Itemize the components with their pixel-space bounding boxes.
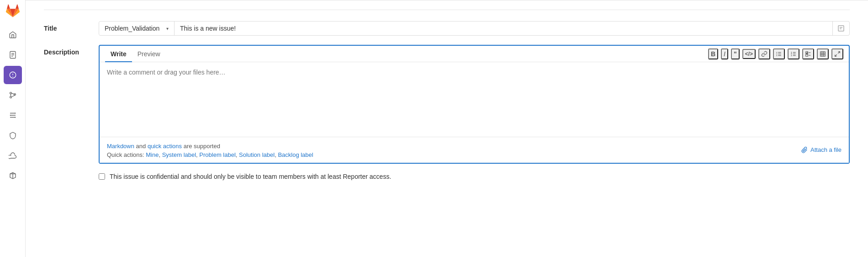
footer-left: Markdown and quick actions are supported… <box>107 142 313 158</box>
description-box: Write Preview B I " </> <box>99 45 850 164</box>
quick-actions-label: Quick actions: <box>107 151 146 158</box>
template-select[interactable]: Problem_Validation ▾ <box>99 21 175 35</box>
attach-file-label: Attach a file <box>810 146 842 153</box>
tab-preview-label: Preview <box>138 50 160 58</box>
title-field: Problem_Validation ▾ <box>99 21 850 36</box>
title-group: Problem_Validation ▾ <box>99 21 850 36</box>
description-field: Write Preview B I " </> <box>99 45 850 164</box>
markdown-info: Markdown and quick actions are supported <box>107 142 313 151</box>
sidebar-item-operations[interactable] <box>4 146 22 165</box>
svg-point-12 <box>10 115 11 116</box>
qa-sep1: , <box>159 151 162 158</box>
tab-write[interactable]: Write <box>105 46 132 62</box>
svg-point-20 <box>776 52 777 53</box>
sidebar-item-security[interactable] <box>4 126 22 145</box>
description-textarea[interactable] <box>100 62 849 135</box>
svg-point-6 <box>12 76 13 77</box>
toolbar-quote-button[interactable]: " <box>731 48 740 59</box>
title-row: Title Problem_Validation ▾ <box>44 21 850 36</box>
toolbar-table-button[interactable] <box>817 48 829 59</box>
sidebar-item-snippets[interactable] <box>4 46 22 64</box>
qa-solution-label[interactable]: Solution label <box>239 151 275 158</box>
main-content: Title Problem_Validation ▾ Descripti <box>26 0 868 257</box>
attach-file-button[interactable]: Attach a file <box>801 146 842 153</box>
svg-line-40 <box>838 51 840 53</box>
qa-problem-label[interactable]: Problem label <box>199 151 236 158</box>
toolbar-fullscreen-button[interactable] <box>831 48 843 59</box>
markdown-link[interactable]: Markdown <box>107 143 134 150</box>
gitlab-logo[interactable] <box>5 4 20 18</box>
qa-sep3: , <box>236 151 239 158</box>
sidebar-item-packages[interactable] <box>4 166 22 185</box>
toolbar-code-button[interactable]: </> <box>742 49 756 59</box>
confidential-row: This issue is confidential and should on… <box>44 173 850 180</box>
description-toolbar: B I " </> <box>708 48 843 59</box>
toolbar-task-list-button[interactable] <box>802 48 814 59</box>
toolbar-link-button[interactable] <box>758 48 770 59</box>
confidential-label[interactable]: This issue is confidential and should on… <box>110 173 391 180</box>
top-divider <box>44 10 850 10</box>
svg-rect-33 <box>806 54 808 56</box>
title-icon-part <box>832 21 849 35</box>
toolbar-ordered-list-button[interactable]: 1 2 3 <box>788 48 799 59</box>
attach-icon <box>801 147 808 153</box>
svg-point-7 <box>10 92 11 94</box>
markdown-and: and <box>136 143 148 150</box>
sidebar-item-merge-requests[interactable] <box>4 86 22 104</box>
svg-line-41 <box>835 54 837 56</box>
sidebar-item-issues[interactable] <box>4 66 22 84</box>
title-input[interactable] <box>175 21 832 35</box>
quick-actions-line: Quick actions: Mine, System label, Probl… <box>107 151 313 158</box>
quick-actions-link[interactable]: quick actions <box>148 143 182 150</box>
svg-rect-16 <box>838 26 844 31</box>
markdown-suffix: are supported <box>184 143 220 150</box>
sidebar <box>0 0 26 257</box>
svg-rect-35 <box>820 51 826 56</box>
title-label: Title <box>44 21 99 32</box>
template-value: Problem_Validation <box>105 25 159 32</box>
template-icon <box>837 25 845 32</box>
tab-preview[interactable]: Preview <box>132 46 166 62</box>
qa-system-label[interactable]: System label <box>162 151 196 158</box>
description-label: Description <box>44 45 99 56</box>
svg-point-8 <box>10 96 11 98</box>
chevron-down-icon: ▾ <box>166 26 169 31</box>
description-tabs-bar: Write Preview B I " </> <box>100 46 849 62</box>
svg-point-13 <box>15 117 16 118</box>
toolbar-bold-button[interactable]: B <box>708 48 718 59</box>
qa-mine[interactable]: Mine <box>146 151 159 158</box>
svg-text:3: 3 <box>791 54 792 56</box>
toolbar-unordered-list-button[interactable] <box>773 48 785 59</box>
toolbar-italic-button[interactable]: I <box>721 48 728 59</box>
description-footer: Markdown and quick actions are supported… <box>100 137 849 163</box>
svg-point-22 <box>776 54 777 54</box>
qa-backlog-label[interactable]: Backlog label <box>278 151 313 158</box>
description-row: Description Write Preview B I " </> <box>44 45 850 164</box>
sidebar-item-pipelines[interactable] <box>4 106 22 124</box>
confidential-checkbox[interactable] <box>99 173 105 180</box>
tab-write-label: Write <box>111 50 127 58</box>
sidebar-item-home[interactable] <box>4 26 22 44</box>
svg-point-11 <box>15 112 16 113</box>
svg-point-24 <box>776 55 777 56</box>
